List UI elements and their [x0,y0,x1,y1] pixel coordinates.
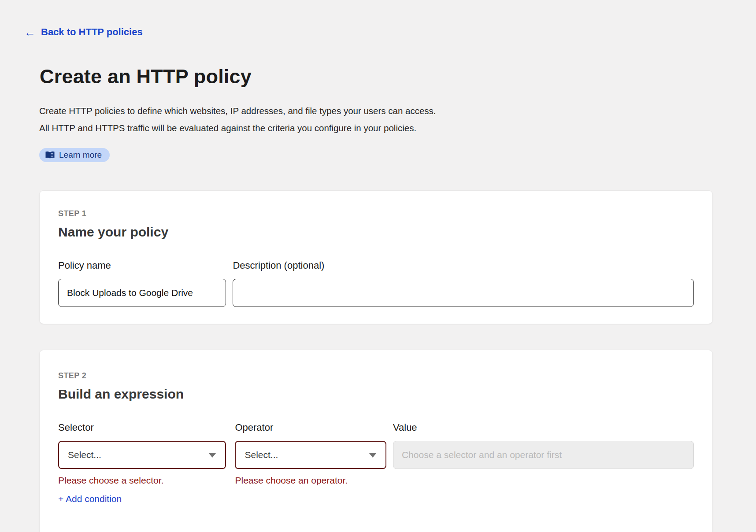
create-http-policy-page: ← Back to HTTP policies Create an HTTP p… [0,0,756,532]
step2-heading: Build an expression [58,387,694,402]
selector-error-message: Please choose a selector. [58,475,226,486]
policy-name-input[interactable] [58,279,226,307]
value-label: Value [393,422,694,433]
operator-dropdown-value: Select... [245,450,278,460]
learn-more-button[interactable]: Learn more [39,148,110,162]
operator-field-group: Operator Select... Please choose an oper… [235,422,386,504]
operator-dropdown[interactable]: Select... [235,441,386,469]
description-field-group: Description (optional) [233,260,694,307]
chevron-down-icon [369,453,377,458]
operator-error-message: Please choose an operator. [235,475,386,486]
book-icon [45,151,55,159]
expression-builder-row: Selector Select... Please choose a selec… [58,422,694,504]
selector-label: Selector [58,422,226,433]
intro-line-1: Create HTTP policies to define which web… [39,102,756,119]
description-label: Description (optional) [233,260,694,271]
selector-dropdown[interactable]: Select... [58,441,226,469]
chevron-down-icon [208,453,216,458]
back-to-http-policies-link[interactable]: ← Back to HTTP policies [24,26,143,38]
learn-more-label: Learn more [59,150,102,160]
selector-field-group: Selector Select... Please choose a selec… [58,422,226,504]
back-row: ← Back to HTTP policies [0,0,756,38]
add-condition-link[interactable]: + Add condition [58,494,122,504]
step1-form-row: Policy name Description (optional) [58,260,694,307]
step1-card: STEP 1 Name your policy Policy name Desc… [39,190,713,324]
page-title: Create an HTTP policy [40,65,756,88]
value-field-group: Value [393,422,694,504]
intro-line-2: All HTTP and HTTPS traffic will be evalu… [39,119,756,137]
back-link-label: Back to HTTP policies [41,26,143,38]
step2-card: STEP 2 Build an expression Selector Sele… [39,350,713,532]
step2-label: STEP 2 [58,371,694,381]
step1-label: STEP 1 [58,209,694,218]
policy-name-field-group: Policy name [58,260,226,307]
step1-heading: Name your policy [58,225,694,240]
operator-label: Operator [235,422,386,433]
policy-name-label: Policy name [58,260,226,271]
value-input[interactable] [393,441,694,469]
description-input[interactable] [233,279,694,307]
arrow-left-icon: ← [24,26,36,38]
selector-dropdown-value: Select... [68,450,101,460]
page-intro: Create HTTP policies to define which web… [39,102,756,137]
